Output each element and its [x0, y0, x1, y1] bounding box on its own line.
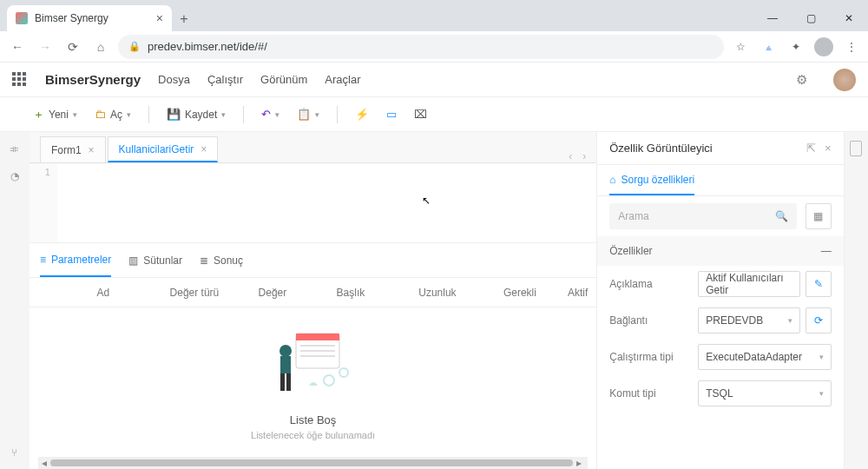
chevron-down-icon: ▾ — [819, 353, 824, 361]
sliders-icon[interactable]: ⟚ — [7, 141, 23, 156]
new-label: Yeni — [49, 109, 69, 121]
search-input[interactable]: Arama 🔍 — [609, 203, 796, 229]
editor-tab-kullanicilari-getir[interactable]: KullanicilariGetir × — [108, 136, 219, 162]
favicon-icon — [16, 12, 28, 24]
apps-grid-icon[interactable] — [12, 72, 28, 88]
tab-parametreler[interactable]: ≡ Parametreler — [40, 243, 111, 277]
col-uzunluk[interactable]: Uzunluk — [394, 287, 481, 299]
chevron-down-icon: ▾ — [127, 110, 131, 119]
translate-button[interactable]: ✎ — [806, 271, 832, 297]
baglanti-select[interactable]: PREDEVDB ▾ — [698, 307, 799, 334]
col-gerekli[interactable]: Gerekli — [481, 287, 559, 299]
properties-tabs: ⌂ Sorgu özellikleri — [597, 165, 843, 196]
col-deger-turu[interactable]: Değer türü — [151, 287, 238, 299]
tab-sutunlar[interactable]: ▥ Sütunlar — [128, 243, 182, 277]
settings-gear-icon[interactable]: ⚙ — [796, 72, 807, 88]
empty-illustration-icon — [261, 325, 365, 403]
svg-point-9 — [324, 375, 334, 386]
back-button[interactable]: ← — [7, 36, 28, 57]
reload-button[interactable]: ⟳ — [62, 36, 83, 57]
dock-handle-icon[interactable] — [850, 141, 862, 156]
close-icon[interactable]: × — [825, 142, 832, 155]
left-sidebar: ⟚ ◔ ⑂ — [0, 132, 30, 469]
close-window-button[interactable]: ✕ — [830, 5, 868, 31]
col-baslik[interactable]: Başlık — [307, 287, 394, 299]
new-tab-button[interactable]: + — [172, 7, 196, 31]
editor-tabs: Form1 × KullanicilariGetir × ‹ › — [30, 132, 596, 163]
field-label: Komut tipi — [609, 387, 689, 400]
grid-body: Liste Boş Listelenecek öğe bulunamadı — [30, 307, 596, 457]
minimize-button[interactable]: — — [753, 5, 792, 31]
grid: Ad Değer türü Değer Başlık Uzunluk Gerek… — [30, 278, 596, 469]
maximize-button[interactable]: ▢ — [792, 5, 830, 31]
col-ad[interactable]: Ad — [56, 287, 151, 299]
horizontal-scrollbar[interactable]: ◂ ▸ — [38, 457, 588, 469]
right-dock — [844, 132, 868, 469]
menu-view[interactable]: Görünüm — [260, 73, 307, 86]
kebab-menu-icon[interactable]: ⋮ — [842, 37, 861, 56]
panel-title: Özellik Görüntüleyici — [609, 142, 713, 155]
svg-point-5 — [279, 345, 292, 357]
bottom-tabs: ≡ Parametreler ▥ Sütunlar ≣ Sonuç — [30, 243, 596, 278]
chevron-down-icon: ▾ — [73, 110, 77, 119]
scroll-thumb[interactable] — [50, 459, 573, 466]
close-icon[interactable]: × — [201, 143, 207, 155]
badge-button[interactable]: ▭ — [379, 102, 404, 127]
user-avatar-icon[interactable] — [833, 69, 856, 91]
profile-avatar-icon[interactable] — [814, 37, 833, 56]
clipboard-button[interactable]: 📋 ▾ — [290, 102, 326, 127]
url-text: predev.bimser.net/ide/#/ — [148, 40, 267, 53]
close-icon[interactable]: × — [89, 144, 95, 156]
outline-icon[interactable]: ◔ — [7, 168, 23, 184]
separator — [148, 106, 149, 123]
close-tab-icon[interactable]: × — [156, 11, 163, 25]
window-controls: — ▢ ✕ — [753, 5, 868, 31]
tab-label: Sorgu özellikleri — [621, 174, 695, 186]
menu-file[interactable]: Dosya — [158, 73, 190, 86]
line-number: 1 — [30, 167, 50, 177]
menu-tools[interactable]: Araçlar — [325, 73, 360, 86]
pin-icon[interactable]: ⇱ — [806, 142, 816, 155]
tab-prev-icon[interactable]: ‹ — [569, 150, 572, 162]
star-icon[interactable]: ☆ — [731, 37, 750, 56]
field-baglanti: Bağlantı PREDEVDB ▾ ⟳ — [597, 302, 843, 339]
branch-icon[interactable]: ⑂ — [7, 445, 23, 460]
forward-button[interactable]: → — [35, 36, 56, 57]
tab-sorgu-ozellikleri[interactable]: ⌂ Sorgu özellikleri — [609, 165, 694, 195]
flash-button[interactable]: ⚡ — [348, 102, 376, 127]
undo-button[interactable]: ↶ ▾ — [254, 102, 286, 127]
chevron-down-icon: ▾ — [315, 110, 319, 119]
cursor-icon: ↖ — [422, 195, 431, 207]
komut-tipi-select[interactable]: TSQL ▾ — [698, 380, 831, 406]
translate-icon[interactable]: ⟁ — [759, 37, 778, 56]
editor-tab-form1[interactable]: Form1 × — [40, 136, 106, 162]
tab-next-icon[interactable]: › — [582, 150, 586, 162]
browser-tab[interactable]: Bimser Synergy × — [7, 5, 172, 31]
field-calistirma-tipi: Çalıştırma tipi ExecuteDataAdapter ▾ — [597, 339, 843, 375]
new-button[interactable]: ＋ Yeni ▾ — [26, 102, 84, 127]
search-placeholder: Arama — [618, 210, 648, 222]
col-deger[interactable]: Değer — [238, 287, 307, 299]
tab-sonuc[interactable]: ≣ Sonuç — [200, 243, 243, 277]
home-button[interactable]: ⌂ — [90, 36, 111, 57]
empty-title: Liste Boş — [290, 413, 336, 426]
extensions-icon[interactable]: ✦ — [786, 37, 806, 56]
refresh-button[interactable]: ⟳ — [806, 307, 832, 334]
aciklama-input[interactable]: Aktif Kullanıcıları Getir — [698, 271, 799, 297]
collapse-icon: — — [821, 245, 832, 257]
preview-button[interactable]: ⌧ — [407, 102, 434, 127]
section-ozellikler[interactable]: Özellikler — — [597, 236, 843, 266]
open-button[interactable]: 🗀 Aç ▾ — [88, 102, 138, 127]
code-editor[interactable]: 1 ↖ — [30, 163, 596, 243]
calendar-button[interactable]: ▦ — [806, 203, 832, 229]
save-button[interactable]: 💾 Kaydet ▾ — [160, 102, 233, 127]
open-label: Aç — [110, 109, 122, 121]
properties-panel: Özellik Görüntüleyici ⇱ × ⌂ Sorgu özelli… — [596, 132, 843, 469]
save-label: Kaydet — [185, 109, 217, 121]
menu-run[interactable]: Çalıştır — [207, 73, 243, 86]
url-field[interactable]: 🔒 predev.bimser.net/ide/#/ — [118, 35, 724, 59]
save-icon: 💾 — [167, 108, 181, 121]
calistirma-tipi-select[interactable]: ExecuteDataAdapter ▾ — [698, 344, 831, 370]
editor-body[interactable]: ↖ — [57, 163, 596, 242]
col-aktif[interactable]: Aktif — [559, 287, 596, 299]
